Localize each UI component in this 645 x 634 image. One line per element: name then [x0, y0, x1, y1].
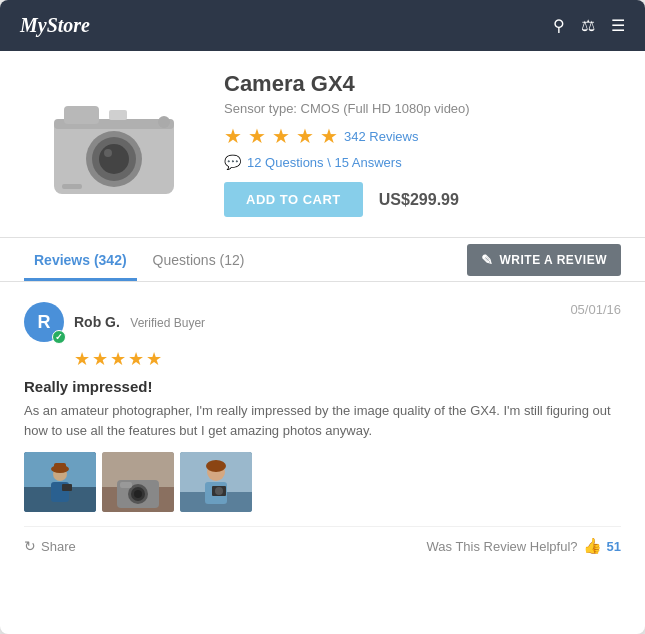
star-2: ★ [248, 124, 266, 148]
review-photo-2[interactable] [102, 452, 174, 512]
review-star-3: ★ [110, 348, 126, 370]
camera-illustration [34, 84, 194, 204]
svg-rect-3 [109, 110, 127, 120]
reviewer-details: Rob G. Verified Buyer [74, 313, 205, 331]
share-button[interactable]: ↻ Share [24, 538, 76, 554]
svg-point-29 [206, 460, 226, 472]
review-count[interactable]: 342 Reviews [344, 129, 418, 144]
qa-row: 💬 12 Questions \ 15 Answers [224, 154, 621, 170]
store-logo: MyStore [20, 14, 90, 37]
product-title: Camera GX4 [224, 71, 621, 97]
product-stars-row: ★ ★ ★ ★ ★ 342 Reviews [224, 124, 621, 148]
verified-badge: ✓ [52, 330, 66, 344]
header-icons: ⚲ ⚖ ☰ [553, 16, 625, 35]
review-photo-3[interactable] [180, 452, 252, 512]
product-subtitle: Sensor type: CMOS (Full HD 1080p video) [224, 101, 621, 116]
action-row: ADD TO CART US$299.99 [224, 182, 621, 217]
review-body: As an amateur photographer, I'm really i… [24, 401, 621, 440]
svg-point-23 [134, 490, 142, 498]
svg-rect-9 [62, 184, 82, 189]
review-star-4: ★ [128, 348, 144, 370]
product-section: Camera GX4 Sensor type: CMOS (Full HD 10… [0, 51, 645, 237]
search-icon[interactable]: ⚲ [553, 16, 565, 35]
header: MyStore ⚲ ⚖ ☰ [0, 0, 645, 51]
helpful-label: Was This Review Helpful? [427, 539, 578, 554]
star-4: ★ [296, 124, 314, 148]
review-header: R ✓ Rob G. Verified Buyer 05/01/16 [24, 302, 621, 342]
avatar: R ✓ [24, 302, 64, 342]
review-section: R ✓ Rob G. Verified Buyer 05/01/16 ★ ★ ★… [0, 282, 645, 575]
menu-icon[interactable]: ☰ [611, 16, 625, 35]
tabs-row: Reviews (342) Questions (12) ✎ WRITE A R… [0, 238, 645, 282]
review-footer: ↻ Share Was This Review Helpful? 👍 51 [24, 526, 621, 555]
reviewer-left: R ✓ Rob G. Verified Buyer [24, 302, 205, 342]
star-5: ★ [320, 124, 338, 148]
svg-rect-16 [54, 463, 66, 471]
star-1: ★ [224, 124, 242, 148]
reviewer-name: Rob G. Verified Buyer [74, 313, 205, 331]
product-price: US$299.99 [379, 191, 459, 209]
helpful-count: 51 [607, 539, 621, 554]
product-image [24, 71, 204, 217]
tabs-left: Reviews (342) Questions (12) [24, 238, 260, 281]
review-images [24, 452, 621, 512]
qa-icon: 💬 [224, 154, 241, 170]
helpful-row: Was This Review Helpful? 👍 51 [427, 537, 621, 555]
svg-point-32 [215, 487, 223, 495]
write-review-icon: ✎ [481, 252, 494, 268]
cart-icon[interactable]: ⚖ [581, 16, 595, 35]
review-star-2: ★ [92, 348, 108, 370]
write-review-label: WRITE A REVIEW [500, 253, 607, 267]
svg-point-7 [104, 149, 112, 157]
tab-questions[interactable]: Questions (12) [143, 238, 255, 281]
svg-rect-17 [62, 484, 72, 491]
review-date: 05/01/16 [570, 302, 621, 317]
review-star-1: ★ [74, 348, 90, 370]
review-stars: ★ ★ ★ ★ ★ [74, 348, 621, 370]
thumbs-up-icon[interactable]: 👍 [583, 537, 602, 555]
svg-point-6 [99, 144, 129, 174]
svg-rect-24 [120, 482, 132, 488]
share-label: Share [41, 539, 76, 554]
avatar-initial: R [38, 312, 51, 333]
svg-rect-2 [64, 106, 99, 124]
write-review-button[interactable]: ✎ WRITE A REVIEW [467, 244, 621, 276]
verified-label: Verified Buyer [130, 316, 205, 330]
product-info: Camera GX4 Sensor type: CMOS (Full HD 10… [224, 71, 621, 217]
review-photo-1[interactable] [24, 452, 96, 512]
add-to-cart-button[interactable]: ADD TO CART [224, 182, 363, 217]
star-3: ★ [272, 124, 290, 148]
share-icon: ↻ [24, 538, 36, 554]
review-title: Really impressed! [24, 378, 621, 395]
tab-reviews[interactable]: Reviews (342) [24, 238, 137, 281]
qa-text[interactable]: 12 Questions \ 15 Answers [247, 155, 402, 170]
review-star-5: ★ [146, 348, 162, 370]
svg-point-8 [158, 116, 170, 128]
